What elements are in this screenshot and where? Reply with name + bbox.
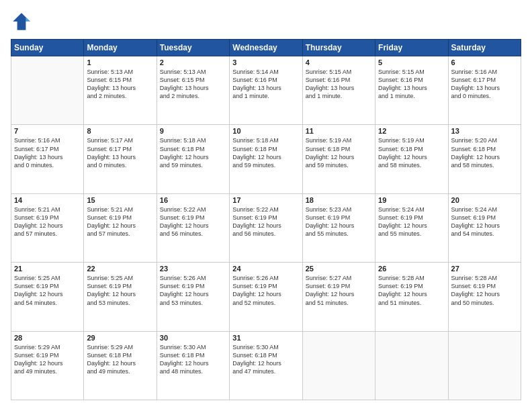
calendar-cell: 27Sunrise: 5:28 AM Sunset: 6:19 PM Dayli… bbox=[448, 263, 521, 331]
cell-info: Sunrise: 5:24 AM Sunset: 6:19 PM Dayligh… bbox=[378, 205, 445, 238]
calendar-cell: 4Sunrise: 5:15 AM Sunset: 6:16 PM Daylig… bbox=[302, 56, 375, 125]
day-number: 22 bbox=[87, 265, 153, 273]
calendar-cell: 14Sunrise: 5:21 AM Sunset: 6:19 PM Dayli… bbox=[11, 193, 84, 262]
day-number: 27 bbox=[451, 265, 518, 273]
calendar-cell: 31Sunrise: 5:30 AM Sunset: 6:18 PM Dayli… bbox=[230, 331, 302, 400]
calendar-cell: 10Sunrise: 5:18 AM Sunset: 6:18 PM Dayli… bbox=[230, 125, 302, 193]
calendar-cell: 7Sunrise: 5:16 AM Sunset: 6:17 PM Daylig… bbox=[11, 125, 84, 193]
cell-info: Sunrise: 5:19 AM Sunset: 6:18 PM Dayligh… bbox=[378, 136, 445, 169]
week-row-2: 7Sunrise: 5:16 AM Sunset: 6:17 PM Daylig… bbox=[11, 125, 521, 193]
cell-info: Sunrise: 5:30 AM Sunset: 6:18 PM Dayligh… bbox=[160, 343, 226, 376]
calendar-cell: 2Sunrise: 5:13 AM Sunset: 6:15 PM Daylig… bbox=[157, 56, 229, 125]
weekday-header-row: SundayMondayTuesdayWednesdayThursdayFrid… bbox=[11, 40, 521, 56]
cell-info: Sunrise: 5:25 AM Sunset: 6:19 PM Dayligh… bbox=[14, 274, 81, 307]
cell-info: Sunrise: 5:28 AM Sunset: 6:19 PM Dayligh… bbox=[451, 274, 518, 307]
day-number: 16 bbox=[160, 196, 226, 204]
day-number: 2 bbox=[160, 58, 226, 66]
calendar-cell: 26Sunrise: 5:28 AM Sunset: 6:19 PM Dayli… bbox=[375, 263, 448, 331]
day-number: 26 bbox=[378, 265, 445, 273]
header bbox=[11, 11, 521, 32]
cell-info: Sunrise: 5:25 AM Sunset: 6:19 PM Dayligh… bbox=[87, 274, 153, 307]
calendar-cell: 18Sunrise: 5:23 AM Sunset: 6:19 PM Dayli… bbox=[302, 193, 375, 262]
cell-info: Sunrise: 5:29 AM Sunset: 6:19 PM Dayligh… bbox=[14, 343, 81, 376]
calendar-cell: 8Sunrise: 5:17 AM Sunset: 6:17 PM Daylig… bbox=[84, 125, 157, 193]
cell-info: Sunrise: 5:15 AM Sunset: 6:16 PM Dayligh… bbox=[378, 68, 445, 101]
cell-info: Sunrise: 5:20 AM Sunset: 6:18 PM Dayligh… bbox=[451, 136, 518, 169]
day-number: 9 bbox=[160, 127, 226, 135]
calendar-cell: 22Sunrise: 5:25 AM Sunset: 6:19 PM Dayli… bbox=[84, 263, 157, 331]
day-number: 31 bbox=[232, 334, 299, 342]
logo-icon bbox=[11, 11, 32, 32]
cell-info: Sunrise: 5:19 AM Sunset: 6:18 PM Dayligh… bbox=[306, 136, 372, 169]
day-number: 30 bbox=[160, 334, 226, 342]
cell-info: Sunrise: 5:24 AM Sunset: 6:19 PM Dayligh… bbox=[451, 205, 518, 238]
cell-info: Sunrise: 5:29 AM Sunset: 6:18 PM Dayligh… bbox=[87, 343, 153, 376]
day-number: 5 bbox=[378, 58, 445, 66]
cell-info: Sunrise: 5:22 AM Sunset: 6:19 PM Dayligh… bbox=[160, 205, 226, 238]
week-row-1: 1Sunrise: 5:13 AM Sunset: 6:15 PM Daylig… bbox=[11, 56, 521, 125]
cell-info: Sunrise: 5:15 AM Sunset: 6:16 PM Dayligh… bbox=[306, 68, 372, 101]
calendar-cell: 12Sunrise: 5:19 AM Sunset: 6:18 PM Dayli… bbox=[375, 125, 448, 193]
calendar-cell bbox=[375, 331, 448, 400]
weekday-header-tuesday: Tuesday bbox=[157, 40, 229, 56]
calendar-cell: 17Sunrise: 5:22 AM Sunset: 6:19 PM Dayli… bbox=[230, 193, 302, 262]
calendar-cell: 19Sunrise: 5:24 AM Sunset: 6:19 PM Dayli… bbox=[375, 193, 448, 262]
calendar-cell bbox=[302, 331, 375, 400]
cell-info: Sunrise: 5:13 AM Sunset: 6:15 PM Dayligh… bbox=[160, 68, 226, 101]
day-number: 12 bbox=[378, 127, 445, 135]
calendar-cell: 13Sunrise: 5:20 AM Sunset: 6:18 PM Dayli… bbox=[448, 125, 521, 193]
cell-info: Sunrise: 5:18 AM Sunset: 6:18 PM Dayligh… bbox=[160, 136, 226, 169]
cell-info: Sunrise: 5:21 AM Sunset: 6:19 PM Dayligh… bbox=[14, 205, 81, 238]
cell-info: Sunrise: 5:26 AM Sunset: 6:19 PM Dayligh… bbox=[232, 274, 299, 307]
cell-info: Sunrise: 5:27 AM Sunset: 6:19 PM Dayligh… bbox=[306, 274, 372, 307]
day-number: 21 bbox=[14, 265, 81, 273]
cell-info: Sunrise: 5:22 AM Sunset: 6:19 PM Dayligh… bbox=[232, 205, 299, 238]
cell-info: Sunrise: 5:28 AM Sunset: 6:19 PM Dayligh… bbox=[378, 274, 445, 307]
weekday-header-saturday: Saturday bbox=[448, 40, 521, 56]
calendar-cell: 24Sunrise: 5:26 AM Sunset: 6:19 PM Dayli… bbox=[230, 263, 302, 331]
day-number: 13 bbox=[451, 127, 518, 135]
cell-info: Sunrise: 5:13 AM Sunset: 6:15 PM Dayligh… bbox=[87, 68, 153, 101]
calendar-cell: 6Sunrise: 5:16 AM Sunset: 6:17 PM Daylig… bbox=[448, 56, 521, 125]
calendar-cell: 29Sunrise: 5:29 AM Sunset: 6:18 PM Dayli… bbox=[84, 331, 157, 400]
day-number: 18 bbox=[306, 196, 372, 204]
weekday-header-thursday: Thursday bbox=[302, 40, 375, 56]
cell-info: Sunrise: 5:16 AM Sunset: 6:17 PM Dayligh… bbox=[451, 68, 518, 101]
day-number: 29 bbox=[87, 334, 153, 342]
day-number: 23 bbox=[160, 265, 226, 273]
week-row-4: 21Sunrise: 5:25 AM Sunset: 6:19 PM Dayli… bbox=[11, 263, 521, 331]
calendar-table: SundayMondayTuesdayWednesdayThursdayFrid… bbox=[11, 39, 521, 400]
calendar-cell: 20Sunrise: 5:24 AM Sunset: 6:19 PM Dayli… bbox=[448, 193, 521, 262]
cell-info: Sunrise: 5:21 AM Sunset: 6:19 PM Dayligh… bbox=[87, 205, 153, 238]
calendar-cell bbox=[448, 331, 521, 400]
day-number: 28 bbox=[14, 334, 81, 342]
calendar-cell: 30Sunrise: 5:30 AM Sunset: 6:18 PM Dayli… bbox=[157, 331, 229, 400]
page: SundayMondayTuesdayWednesdayThursdayFrid… bbox=[0, 0, 532, 411]
weekday-header-friday: Friday bbox=[375, 40, 448, 56]
calendar-cell: 5Sunrise: 5:15 AM Sunset: 6:16 PM Daylig… bbox=[375, 56, 448, 125]
day-number: 19 bbox=[378, 196, 445, 204]
day-number: 14 bbox=[14, 196, 81, 204]
week-row-3: 14Sunrise: 5:21 AM Sunset: 6:19 PM Dayli… bbox=[11, 193, 521, 262]
day-number: 3 bbox=[232, 58, 299, 66]
logo bbox=[11, 11, 35, 32]
week-row-5: 28Sunrise: 5:29 AM Sunset: 6:19 PM Dayli… bbox=[11, 331, 521, 400]
cell-info: Sunrise: 5:14 AM Sunset: 6:16 PM Dayligh… bbox=[232, 68, 299, 101]
day-number: 15 bbox=[87, 196, 153, 204]
day-number: 25 bbox=[306, 265, 372, 273]
day-number: 20 bbox=[451, 196, 518, 204]
svg-marker-1 bbox=[26, 17, 30, 21]
day-number: 7 bbox=[14, 127, 81, 135]
cell-info: Sunrise: 5:26 AM Sunset: 6:19 PM Dayligh… bbox=[160, 274, 226, 307]
calendar-cell: 21Sunrise: 5:25 AM Sunset: 6:19 PM Dayli… bbox=[11, 263, 84, 331]
day-number: 6 bbox=[451, 58, 518, 66]
day-number: 17 bbox=[232, 196, 299, 204]
weekday-header-monday: Monday bbox=[84, 40, 157, 56]
day-number: 24 bbox=[232, 265, 299, 273]
cell-info: Sunrise: 5:18 AM Sunset: 6:18 PM Dayligh… bbox=[232, 136, 299, 169]
cell-info: Sunrise: 5:16 AM Sunset: 6:17 PM Dayligh… bbox=[14, 136, 81, 169]
calendar-cell: 3Sunrise: 5:14 AM Sunset: 6:16 PM Daylig… bbox=[230, 56, 302, 125]
calendar-cell: 9Sunrise: 5:18 AM Sunset: 6:18 PM Daylig… bbox=[157, 125, 229, 193]
calendar-cell: 1Sunrise: 5:13 AM Sunset: 6:15 PM Daylig… bbox=[84, 56, 157, 125]
weekday-header-wednesday: Wednesday bbox=[230, 40, 302, 56]
